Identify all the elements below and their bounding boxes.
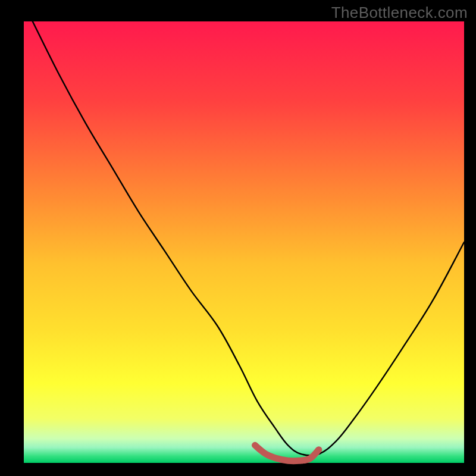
bottleneck-chart xyxy=(0,0,476,476)
plot-area xyxy=(24,21,464,463)
chart-frame: TheBottleneck.com xyxy=(0,0,476,476)
watermark: TheBottleneck.com xyxy=(331,4,468,22)
